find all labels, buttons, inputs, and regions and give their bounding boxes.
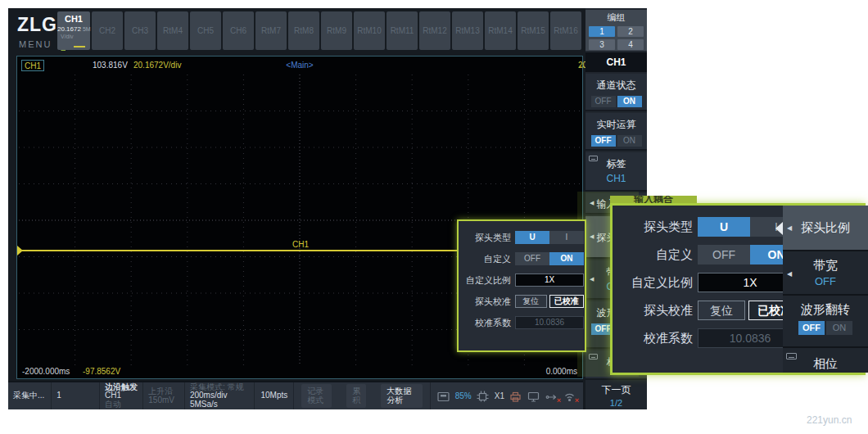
page-indicator: 1/2 bbox=[585, 398, 647, 408]
tab-rtm11[interactable]: RtM11 bbox=[387, 11, 418, 50]
tab-ch1-badge: 5M bbox=[83, 26, 91, 32]
menu-button[interactable]: MENU bbox=[19, 39, 52, 49]
tab-ch1-color-marker bbox=[74, 46, 85, 47]
keyboard-icon bbox=[589, 156, 598, 161]
trigger-level: 150mV bbox=[148, 396, 179, 405]
channel-level-marker[interactable] bbox=[17, 246, 23, 255]
sidebar-channel-title: CH1 bbox=[585, 52, 647, 72]
chip-icon bbox=[477, 391, 490, 402]
tab-rtm16[interactable]: RtM16 bbox=[550, 11, 581, 50]
realtime-math-on[interactable]: ON bbox=[617, 135, 642, 147]
tab-ch1[interactable]: CH1 20.16725M V/div bbox=[57, 11, 90, 50]
storage-usage: 85% bbox=[455, 391, 472, 400]
tab-rtm9[interactable]: RtM9 bbox=[321, 11, 352, 50]
label-value: CH1 bbox=[585, 173, 647, 184]
top-bar: ZLGi MENU CH1 20.16725M V/div CH2 CH3 Rt… bbox=[8, 8, 647, 53]
tab-rtm13[interactable]: RtM13 bbox=[452, 11, 483, 50]
channel-state-on[interactable]: ON bbox=[617, 96, 642, 107]
phase-item-large[interactable]: 相位 bbox=[783, 350, 868, 373]
zlg-logo: ZLGi bbox=[17, 14, 63, 36]
cal-done-button[interactable]: 已校准 bbox=[549, 295, 584, 308]
channel-offset-value: -97.8562V bbox=[83, 367, 120, 376]
acq-mode-label: 采集模式: bbox=[190, 382, 225, 391]
probe-type-i[interactable]: I bbox=[549, 231, 584, 244]
plot-vertical-scale: 20.1672V/div bbox=[133, 61, 181, 70]
tab-ch3[interactable]: CH3 bbox=[124, 11, 156, 50]
display-icon bbox=[527, 391, 540, 402]
realtime-math-section: 实时运算 OFF ON bbox=[585, 113, 647, 151]
ch1-trace-label: CH1 bbox=[292, 240, 309, 249]
time-axis-end: 0.000ms bbox=[546, 367, 577, 376]
trigger-edge-info: 上升沿 150mV bbox=[143, 382, 185, 409]
custom-on[interactable]: ON bbox=[549, 252, 584, 265]
acquisition-info[interactable]: 采集模式: 常规 200ms/div 5MSa/s bbox=[185, 382, 255, 409]
trigger-count: 1 bbox=[52, 382, 100, 409]
custom-ratio-input[interactable]: 1X bbox=[515, 274, 584, 287]
probe-type-switch: U I bbox=[515, 231, 584, 244]
cal-coef-value: 10.0836 bbox=[515, 316, 584, 329]
tab-rtm7[interactable]: RtM7 bbox=[255, 11, 287, 50]
custom-off[interactable]: OFF bbox=[515, 252, 549, 265]
submenu-arrow-icon: ◀ bbox=[590, 200, 594, 206]
realtime-math-off[interactable]: OFF bbox=[591, 135, 616, 147]
storage-disk-icon bbox=[437, 391, 450, 402]
acq-mode: 常规 bbox=[227, 382, 243, 391]
channel-state-off[interactable]: OFF bbox=[591, 96, 616, 107]
keyboard-icon bbox=[786, 353, 797, 359]
custom-off[interactable]: OFF bbox=[698, 245, 750, 264]
cal-reset-button[interactable]: 复位 bbox=[515, 295, 547, 308]
group-section: 编组 1 2 3 4 bbox=[585, 10, 647, 51]
acq-rate: 5MSa/s bbox=[190, 400, 218, 409]
time-axis-start: -2000.000ms bbox=[22, 367, 70, 376]
tab-ch1-unit: V/div bbox=[57, 34, 90, 39]
submenu-arrow-icon: ◀ bbox=[787, 270, 792, 278]
record-mode-button[interactable]: 记录模式 bbox=[294, 382, 339, 409]
accumulate-button[interactable]: 累积 bbox=[339, 382, 373, 409]
tab-ch1-value: 20.1672 bbox=[57, 25, 81, 33]
system-status-icons: 85% X1 × × bbox=[431, 382, 583, 409]
tab-ch6[interactable]: CH6 bbox=[223, 11, 254, 50]
invert-on-large[interactable]: ON bbox=[826, 321, 852, 335]
channel-state-section: 通道状态 OFF ON bbox=[585, 74, 647, 111]
zoom-factor: X1 bbox=[495, 391, 504, 400]
big-data-analysis-button[interactable]: 大数据分析 bbox=[373, 382, 430, 409]
watermark: 221yun.cn bbox=[807, 414, 852, 426]
usb-icon: × bbox=[545, 391, 558, 402]
tab-rtm4[interactable]: RtM4 bbox=[157, 11, 188, 50]
label-section[interactable]: 标签 CH1 bbox=[585, 152, 647, 192]
tab-ch5[interactable]: CH5 bbox=[190, 11, 221, 50]
bandwidth-item-large[interactable]: ◀ 带宽 OFF bbox=[783, 253, 868, 296]
probe-type-u[interactable]: U bbox=[698, 217, 750, 237]
plot-voltage-reading: 103.816V bbox=[93, 61, 128, 70]
group-button-4[interactable]: 4 bbox=[617, 39, 644, 50]
cal-reset-button-large[interactable]: 复位 bbox=[698, 301, 745, 320]
tab-rtm8[interactable]: RtM8 bbox=[288, 11, 319, 50]
group-button-1[interactable]: 1 bbox=[589, 26, 615, 37]
trigger-info[interactable]: 边沿触发 CH1 自动 bbox=[100, 382, 143, 409]
cal-coef-label: 校准系数 bbox=[459, 316, 511, 329]
submenu-arrow-icon: ◀ bbox=[590, 276, 594, 283]
invert-off-large[interactable]: OFF bbox=[798, 321, 825, 335]
probe-type-label: 探头类型 bbox=[459, 231, 511, 244]
callout-menu-column: ◀ 探头比例 ◀ 带宽 OFF 波形翻转 OFF ON 相位 bbox=[783, 206, 868, 373]
oscilloscope-screen: ZLGi MENU CH1 20.16725M V/div CH2 CH3 Rt… bbox=[0, 0, 868, 434]
tab-rtm12[interactable]: RtM12 bbox=[419, 11, 450, 50]
custom-switch: OFF ON bbox=[515, 252, 584, 265]
tab-rtm14[interactable]: RtM14 bbox=[485, 11, 516, 50]
selected-item-pointer bbox=[775, 222, 783, 235]
submenu-arrow-icon: ◀ bbox=[590, 233, 594, 240]
keyboard-icon bbox=[589, 354, 598, 359]
probe-settings-callout: 输入耦合 探头类型 U I 自定义 OFF ON 自定义比例 1X 探头校准 复… bbox=[610, 203, 866, 375]
group-button-3[interactable]: 3 bbox=[589, 39, 615, 50]
trigger-edge: 上升沿 bbox=[148, 387, 179, 396]
probe-ratio-item-large[interactable]: ◀ 探头比例 bbox=[783, 206, 868, 251]
probe-type-u[interactable]: U bbox=[515, 231, 549, 244]
probe-cal-label: 探头校准 bbox=[459, 295, 511, 308]
tab-rtm15[interactable]: RtM15 bbox=[518, 11, 549, 50]
tab-rtm10[interactable]: RtM10 bbox=[354, 11, 385, 50]
next-page-button[interactable]: 下一页 1/2 bbox=[585, 382, 647, 409]
custom-label: 自定义 bbox=[459, 252, 511, 265]
group-button-2[interactable]: 2 bbox=[617, 26, 644, 37]
trigger-mode: 自动 bbox=[105, 400, 138, 409]
tab-ch2[interactable]: CH2 bbox=[92, 11, 123, 50]
